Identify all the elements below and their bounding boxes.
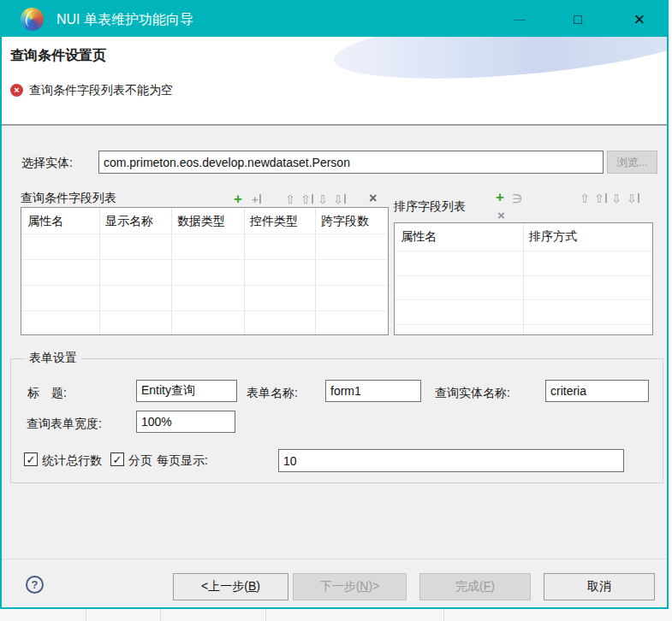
form-width-input[interactable] [136, 411, 235, 433]
background-grid-line [86, 609, 86, 621]
back-mnemonic: B [248, 579, 256, 593]
error-icon: × [10, 84, 23, 97]
sort-fields-table[interactable]: 属性名 排序方式 [394, 222, 653, 335]
page-size-input[interactable] [278, 449, 624, 472]
move-down-icon[interactable]: ⇩ [318, 192, 328, 206]
footer-separator [2, 559, 667, 559]
move-up-icon[interactable]: ⇧ [285, 192, 295, 206]
next-mnemonic: N [360, 579, 368, 593]
row-divider [395, 299, 652, 300]
query-table-label: 查询条件字段列表 [21, 191, 116, 206]
row-divider [395, 275, 652, 276]
background-grid-line [160, 609, 161, 621]
add-all-fields-icon[interactable]: + [252, 193, 261, 207]
move-bottom-icon[interactable]: ⇩ [333, 192, 346, 206]
browse-button[interactable]: 浏览... [607, 151, 657, 174]
column-divider [99, 208, 100, 334]
column-divider [171, 208, 172, 334]
column-divider [315, 208, 316, 334]
sort-move-down-icon[interactable]: ⇩ [611, 192, 621, 205]
finish-label: 完成( [455, 579, 484, 593]
next-button[interactable]: 下一步(N)> [293, 573, 407, 600]
col-header-sort-order: 排序方式 [529, 229, 577, 245]
close-icon[interactable]: × [621, 2, 658, 37]
app-logo-icon [21, 8, 44, 31]
sort-move-bottom-icon[interactable]: ⇩ [627, 192, 639, 205]
form-title-label: 标 题: [27, 386, 67, 401]
back-label: <上一步( [201, 579, 248, 593]
error-message: 查询条件字段列表不能为空 [29, 83, 173, 98]
move-top-icon[interactable]: ⇧ [300, 192, 313, 206]
wizard-dialog: NUI 单表维护功能向导 — □ × 查询条件设置页 × 查询条件字段列表不能为… [0, 0, 669, 609]
form-title-input[interactable] [136, 380, 237, 402]
minimize-icon[interactable]: — [501, 2, 538, 37]
background-window-strip [0, 609, 672, 621]
row-divider [21, 285, 388, 286]
finish-label-end: ) [491, 579, 495, 593]
entity-label: 选择实体: [21, 156, 73, 171]
back-button[interactable]: <上一步(B) [173, 573, 288, 600]
sort-table-label: 排序字段列表 [394, 199, 466, 215]
form-name-input[interactable] [325, 380, 421, 402]
total-rows-label: 统计总行数 [42, 453, 102, 469]
row-divider [21, 310, 388, 311]
delete-field-icon[interactable]: × [369, 192, 377, 205]
add-sort-icon[interactable]: + [496, 191, 504, 204]
sort-move-top-icon[interactable]: ⇧ [594, 192, 607, 205]
column-divider [244, 208, 245, 334]
row-divider [395, 324, 652, 325]
background-grid-line [265, 609, 266, 621]
background-grid-line [443, 609, 444, 621]
finish-button[interactable]: 完成(F) [419, 573, 531, 600]
titlebar[interactable]: NUI 单表维护功能向导 — □ × [2, 2, 667, 37]
form-settings-legend: 表单设置 [25, 351, 81, 366]
entity-input[interactable] [98, 151, 604, 174]
row-divider [395, 251, 652, 251]
criteria-entity-label: 查询实体名称: [435, 386, 510, 401]
back-label-end: ) [256, 579, 260, 593]
maximize-icon[interactable]: □ [559, 2, 597, 37]
cancel-button[interactable]: 取消 [544, 573, 655, 600]
transfer-sort-icon[interactable]: ∋ [512, 192, 522, 205]
next-label-end: )> [368, 579, 379, 593]
paging-label: 分页 [128, 453, 152, 469]
col-header-attr: 属性名 [401, 229, 437, 245]
form-width-label: 查询表单宽度: [27, 417, 102, 432]
col-header-display: 显示名称 [105, 214, 153, 229]
total-rows-checkbox[interactable]: ✓ [24, 452, 38, 466]
sort-move-up-icon[interactable]: ⇧ [580, 192, 590, 205]
row-divider [21, 234, 388, 234]
form-name-label: 表单名称: [247, 386, 298, 401]
row-divider [21, 259, 388, 260]
page-size-label: 每页显示: [157, 453, 208, 469]
col-header-control: 控件类型 [250, 214, 298, 229]
paging-checkbox[interactable]: ✓ [110, 452, 124, 466]
col-header-datatype: 数据类型 [177, 214, 225, 229]
query-fields-table[interactable]: 属性名 显示名称 数据类型 控件类型 跨字段数 [21, 207, 389, 335]
col-header-attr: 属性名 [27, 214, 63, 229]
next-label: 下一步( [320, 579, 360, 593]
col-header-colspan: 跨字段数 [321, 214, 369, 229]
add-field-icon[interactable]: + [234, 192, 242, 205]
criteria-entity-input[interactable] [545, 380, 649, 402]
finish-mnemonic: F [484, 579, 491, 593]
delete-sort-icon[interactable]: × [497, 209, 505, 222]
window-title: NUI 单表维护功能向导 [56, 2, 193, 37]
page-title: 查询条件设置页 [10, 47, 106, 65]
banner-separator [2, 124, 667, 126]
banner-swoosh-decoration [331, 37, 667, 91]
help-icon[interactable]: ? [26, 576, 44, 594]
screen: NUI 单表维护功能向导 — □ × 查询条件设置页 × 查询条件字段列表不能为… [0, 0, 672, 621]
column-divider [523, 223, 524, 334]
wizard-banner: 查询条件设置页 × 查询条件字段列表不能为空 [2, 37, 667, 124]
